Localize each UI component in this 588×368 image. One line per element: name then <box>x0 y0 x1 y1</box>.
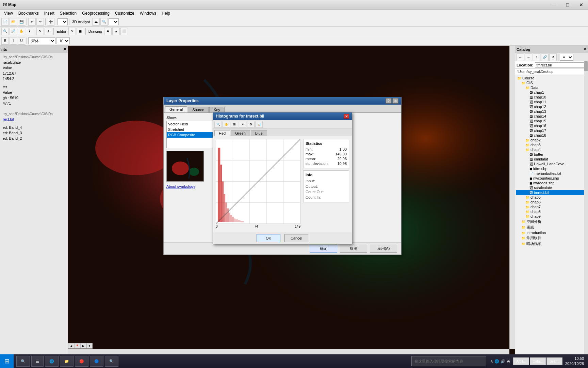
tree-chap4[interactable]: 📁 chap4 <box>516 147 587 152</box>
tree-butter[interactable]: 🖼 butter <box>516 152 587 157</box>
arct-indicator[interactable]: ArcT... <box>513 357 529 365</box>
draw-btn1[interactable]: A <box>104 28 112 35</box>
undo-btn[interactable]: ↩ <box>28 18 36 26</box>
cat-back-btn[interactable]: ← <box>517 53 524 61</box>
tree-spatial[interactable]: 📁 空间分析 <box>516 219 587 225</box>
tray-volume[interactable]: 🔊 <box>501 359 505 364</box>
font-italic-btn[interactable]: I <box>10 37 17 45</box>
hist-export-btn[interactable]: ↗ <box>239 121 246 128</box>
font-size-dropdown[interactable]: 10 <box>56 37 70 44</box>
taskbar-search-input[interactable] <box>411 356 486 366</box>
tree-chap17[interactable]: 🖼 chap17 <box>516 128 587 133</box>
map-vscrollbar[interactable] <box>509 46 515 349</box>
hist-graph-btn[interactable]: 📊 <box>255 121 263 128</box>
tree-data[interactable]: 📁 Data <box>516 85 587 90</box>
new-btn[interactable]: 📄 <box>1 18 9 26</box>
tab-key[interactable]: Key <box>209 107 225 112</box>
sear-indicator[interactable]: Sear... <box>546 357 562 365</box>
font-underline-btn[interactable]: U <box>18 37 25 45</box>
hist-zoom-btn[interactable]: 🔍 <box>214 121 222 128</box>
nav-right[interactable]: ▶ <box>80 343 86 349</box>
draw-btn3[interactable]: ⬜ <box>120 28 128 35</box>
catalog-close-btn[interactable]: ✕ <box>584 47 587 51</box>
catalog-vscrollbar[interactable] <box>584 61 588 354</box>
panel-filename[interactable]: rect.bil <box>1 117 66 122</box>
cat-up-btn[interactable]: ↑ <box>533 53 540 61</box>
tree-software[interactable]: 📁 常用软件 <box>516 235 587 241</box>
layer-props-close-btn[interactable]: ✕ <box>392 98 398 104</box>
open-btn[interactable]: 📂 <box>10 18 17 26</box>
hist-option-btn[interactable]: ⚙ <box>247 121 255 128</box>
redo-btn[interactable]: ↪ <box>36 18 44 26</box>
menu-windows[interactable]: Windows <box>137 10 159 16</box>
cancel-btn[interactable]: 取消 <box>340 245 367 253</box>
layer-props-help-btn[interactable]: ? <box>386 98 392 104</box>
tree-racalculate[interactable]: 🖼 racalculate <box>516 185 587 190</box>
add-data-btn[interactable]: ➕ <box>47 18 54 26</box>
nav-left[interactable]: ◀ <box>68 343 74 349</box>
tree-chap3[interactable]: 📁 chap3 <box>516 142 587 147</box>
menu-customize[interactable]: Customize <box>112 10 137 16</box>
menu-insert[interactable]: Insert <box>42 10 57 16</box>
menu-help[interactable]: Help <box>159 10 173 16</box>
tree-video[interactable]: 📁 晴场视频 <box>516 241 587 247</box>
save-btn[interactable]: 💾 <box>18 18 25 26</box>
layer-dropdown[interactable] <box>109 18 119 25</box>
taskbar-app1[interactable]: 🔴 <box>75 356 88 367</box>
hist-pan-btn[interactable]: ✋ <box>223 121 230 128</box>
nav-map[interactable]: 📍 <box>74 343 80 349</box>
zoom-out-btn[interactable]: 🔎 <box>10 28 17 35</box>
map-hscrollbar[interactable] <box>68 349 509 354</box>
tray-icon1[interactable]: ∧ <box>490 359 493 364</box>
hist-ok-btn[interactable]: OK <box>257 234 280 242</box>
taskbar-app3[interactable]: 🔍 <box>105 356 118 367</box>
tree-chap2[interactable]: 📁 chap2 <box>516 138 587 142</box>
confirm-btn[interactable]: 确定 <box>310 245 337 253</box>
3d-btn2[interactable]: 🔍 <box>100 18 108 26</box>
tree-chap11[interactable]: 🖼 chap11 <box>516 99 587 104</box>
draw-btn2[interactable]: ▲ <box>112 28 120 35</box>
tree-course[interactable]: 📁 Course <box>516 76 587 80</box>
tree-menan[interactable]: 📄 menanbuttes.txt <box>516 171 587 176</box>
map-area[interactable]: Layer Properties ? ✕ General Source Key … <box>68 46 515 354</box>
tree-chap12[interactable]: 🖼 chap12 <box>516 104 587 109</box>
identify-btn[interactable]: ℹ <box>26 28 33 35</box>
nav-expand[interactable]: ▼ <box>86 343 93 349</box>
band-blue[interactable]: Blue <box>251 130 267 136</box>
tray-network[interactable]: 🌐 <box>494 359 499 364</box>
edit-btn1[interactable]: ✎ <box>68 28 76 35</box>
cat-refresh-btn[interactable]: ↺ <box>549 53 557 61</box>
hist-fit-btn[interactable]: ⊞ <box>231 121 238 128</box>
band-red[interactable]: Red <box>214 130 230 136</box>
menu-bookmarks[interactable]: Bookmarks <box>16 10 42 16</box>
tree-chap9[interactable]: 📁 chap9 <box>516 214 587 219</box>
taskbar-app2[interactable]: 🔵 <box>90 356 103 367</box>
tree-chap5[interactable]: 📁 chap5 <box>516 195 587 200</box>
menu-view[interactable]: View <box>1 10 16 16</box>
tree-chap15[interactable]: 🖼 chap15 <box>516 119 587 123</box>
font-bold-btn[interactable]: B <box>1 37 9 45</box>
minimize-button[interactable]: ─ <box>547 0 561 10</box>
taskbar-task-view[interactable]: ☰ <box>31 356 44 367</box>
maximize-button[interactable]: □ <box>561 0 574 10</box>
panel-item-racalculate[interactable]: racalculate <box>1 60 66 65</box>
location-value[interactable]: tmrect.bil <box>535 62 587 68</box>
tree-chap1[interactable]: 🖼 chap1 <box>516 90 587 95</box>
pan-btn[interactable]: ✋ <box>18 28 25 35</box>
tree-emidalat[interactable]: 🖼 emidalat <box>516 157 587 162</box>
histogram-close-btn[interactable]: ✕ <box>344 114 349 119</box>
tab-general[interactable]: General <box>165 106 187 112</box>
tree-introduction[interactable]: 📁 Introduction <box>516 230 587 235</box>
histogram-titlebar[interactable]: Histograms for tmrect.bil ✕ <box>213 112 352 120</box>
menu-selection[interactable]: Selection <box>57 10 79 16</box>
tree-nwcounties[interactable]: ◼ nwcounties.shp <box>516 176 587 181</box>
tree-tmrect[interactable]: 🖼 tmrect.bil <box>516 190 587 195</box>
tree-chap16[interactable]: 🖼 chap16 <box>516 123 587 128</box>
clear-sel-btn[interactable]: ✗ <box>45 28 52 35</box>
tree-chap14[interactable]: 🖼 chap14 <box>516 114 587 119</box>
tree-chap10[interactable]: 🖼 chap10 <box>516 95 587 99</box>
tree-chap18[interactable]: 🖼 chap18 <box>516 133 587 138</box>
taskbar-search[interactable]: 🔍 <box>16 356 30 367</box>
clock[interactable]: 10:50 2020/10/28 <box>565 356 584 367</box>
left-panel-close[interactable]: ✕ <box>63 47 66 51</box>
